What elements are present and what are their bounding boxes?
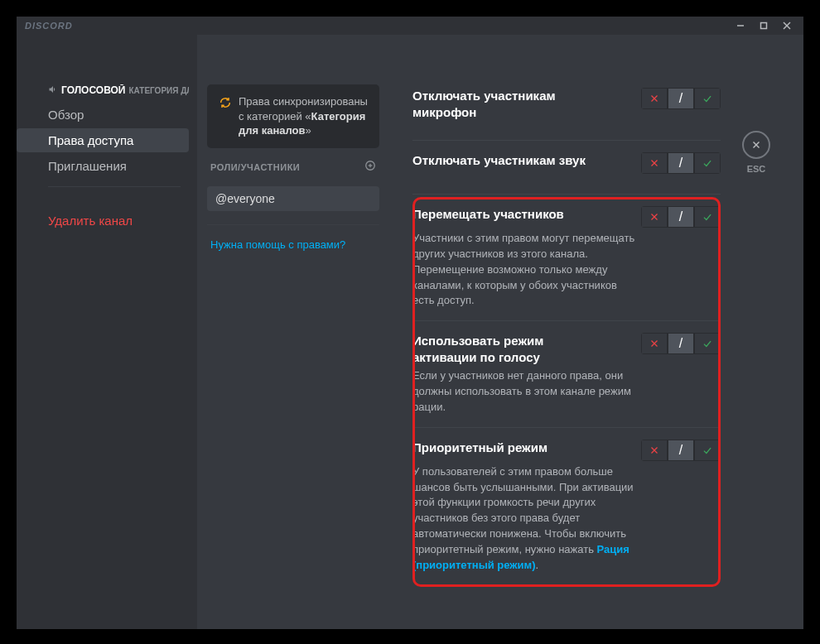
maximize-button[interactable] xyxy=(752,17,775,34)
allow-icon[interactable] xyxy=(694,88,721,109)
nav-permissions[interactable]: Права доступа xyxy=(17,128,189,152)
perm-title: Отключать участникам микрофон xyxy=(412,88,603,120)
mid-divider xyxy=(207,224,379,225)
allow-icon[interactable] xyxy=(694,440,721,461)
roles-header: РОЛИ/УЧАСТНИКИ xyxy=(207,160,379,175)
neutral-icon[interactable]: / xyxy=(668,206,694,228)
perm-title: Приоритетный режим xyxy=(412,440,547,456)
volume-icon xyxy=(48,84,58,96)
allow-icon[interactable] xyxy=(694,206,721,228)
roles-column: Права синхронизированы с категорией «Кат… xyxy=(197,35,389,629)
sync-icon xyxy=(219,96,232,138)
neutral-icon[interactable]: / xyxy=(668,440,694,461)
minimize-button[interactable] xyxy=(729,17,752,34)
role-everyone[interactable]: @everyone xyxy=(207,186,379,211)
permissions-panel: Отключать участникам микрофон / Отключат… xyxy=(389,35,803,629)
esc-label: ESC xyxy=(747,164,766,174)
channel-header: ГОЛОСОВОЙ КАТЕГОРИЯ ДЛ... xyxy=(17,84,189,103)
perm-voice-activity: Использовать режим активации по голосу / xyxy=(412,321,721,368)
app-body: ГОЛОСОВОЙ КАТЕГОРИЯ ДЛ... Обзор Права до… xyxy=(17,35,803,629)
close-settings[interactable]: ESC xyxy=(742,131,770,174)
neutral-icon[interactable]: / xyxy=(668,333,694,354)
sync-text: Права синхронизированы с категорией «Кат… xyxy=(239,94,368,138)
perm-title: Отключать участникам звук xyxy=(412,152,586,169)
deny-icon[interactable] xyxy=(641,440,668,461)
perm-title: Использовать режим активации по голосу xyxy=(412,333,603,365)
roles-header-label: РОЛИ/УЧАСТНИКИ xyxy=(210,162,300,172)
neutral-icon[interactable]: / xyxy=(668,152,694,174)
app-title: DISCORD xyxy=(25,21,73,31)
deny-icon[interactable] xyxy=(641,88,668,109)
allow-icon[interactable] xyxy=(694,152,721,174)
deny-icon[interactable] xyxy=(641,206,668,228)
perm-toggle[interactable]: / xyxy=(641,152,721,174)
perm-toggle[interactable]: / xyxy=(641,206,721,228)
window-frame: DISCORD ГОЛОСОВОЙ КАТЕГОРИЯ ДЛ... Обзор … xyxy=(17,17,803,629)
allow-icon[interactable] xyxy=(694,333,721,354)
channel-name: ГОЛОСОВОЙ xyxy=(61,84,125,96)
nav-invites[interactable]: Приглашения xyxy=(17,154,189,178)
help-link[interactable]: Нужна помощь с правами? xyxy=(207,238,379,251)
perm-toggle[interactable]: / xyxy=(641,333,721,354)
settings-sidebar: ГОЛОСОВОЙ КАТЕГОРИЯ ДЛ... Обзор Права до… xyxy=(17,35,197,629)
perm-desc: Если у участников нет данного права, они… xyxy=(412,368,721,427)
svg-rect-1 xyxy=(761,23,767,29)
perm-priority-speaker: Приоритетный режим / xyxy=(412,428,721,464)
close-window-button[interactable] xyxy=(775,17,798,34)
titlebar: DISCORD xyxy=(17,17,803,35)
perm-toggle[interactable]: / xyxy=(641,440,721,461)
sync-status-box: Права синхронизированы с категорией «Кат… xyxy=(207,84,379,148)
perm-mute-members: Отключать участникам микрофон / xyxy=(412,76,721,123)
add-role-icon[interactable] xyxy=(364,160,376,175)
channel-category: КАТЕГОРИЯ ДЛ... xyxy=(128,86,189,95)
perm-desc: Участники с этим правом могут перемещать… xyxy=(412,231,721,320)
deny-icon[interactable] xyxy=(641,333,668,354)
perm-move-members: Перемещать участников / xyxy=(412,195,721,231)
deny-icon[interactable] xyxy=(641,152,668,174)
nav-delete-channel[interactable]: Удалить канал xyxy=(17,209,189,233)
close-icon[interactable] xyxy=(742,131,770,159)
perm-deafen-members: Отключать участникам звук / xyxy=(412,141,721,177)
perm-desc: У пользователей с этим правом больше шан… xyxy=(412,464,721,585)
neutral-icon[interactable]: / xyxy=(668,88,694,109)
perm-toggle[interactable]: / xyxy=(641,88,721,109)
perm-title: Перемещать участников xyxy=(412,206,564,223)
sidebar-divider xyxy=(48,186,181,187)
nav-overview[interactable]: Обзор xyxy=(17,103,189,127)
